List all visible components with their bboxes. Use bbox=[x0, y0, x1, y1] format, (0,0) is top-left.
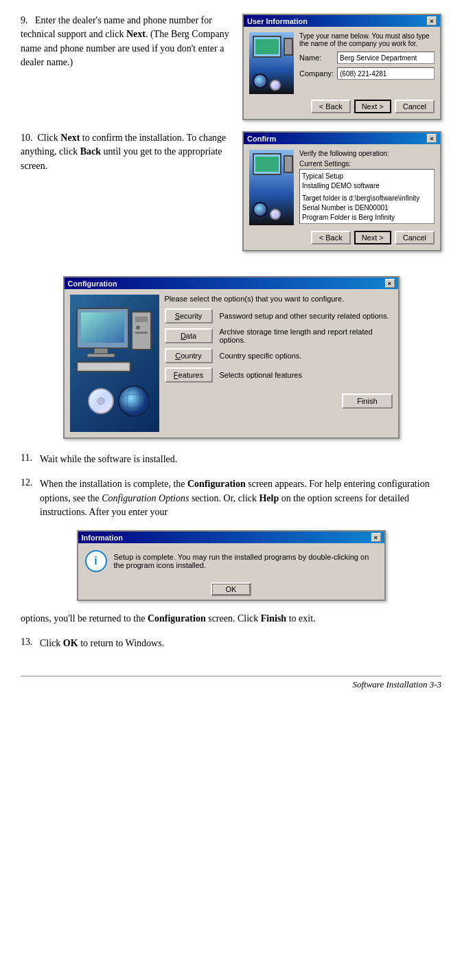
monitor-screen bbox=[255, 39, 279, 54]
monitor-illus bbox=[253, 36, 281, 58]
company-input[interactable] bbox=[337, 67, 435, 80]
config-titlebar: Configuration × bbox=[65, 277, 398, 289]
user-info-content: Type your name below. You must also type… bbox=[249, 32, 435, 94]
name-input[interactable] bbox=[337, 52, 435, 64]
svg-rect-3 bbox=[94, 348, 108, 354]
confirm-title: Confirm bbox=[247, 135, 276, 143]
config-finish-row: Finish bbox=[165, 394, 393, 409]
security-desc: Password setup and other security relate… bbox=[220, 312, 393, 320]
data-option-row: Data Archive storage time length and rep… bbox=[165, 328, 393, 344]
confirm-line-6: Dealer Name is Berg Service Department bbox=[302, 223, 432, 224]
steps-9-10: 9. Enter the dealer's name and phone num… bbox=[21, 14, 441, 262]
config-image bbox=[70, 295, 159, 432]
user-info-buttons: < Back Next > Cancel bbox=[249, 100, 435, 113]
info-icon: i bbox=[85, 550, 107, 572]
info-titlebar-btns: × bbox=[371, 533, 381, 542]
confirm-settings-label: Current Settings: bbox=[299, 160, 435, 168]
step-13-text: Click OK to return to Windows. bbox=[40, 637, 441, 650]
configuration-dialog: Configuration × bbox=[63, 276, 400, 439]
confirm-line-4: Serial Number is DEN00001 bbox=[302, 203, 432, 213]
back-button[interactable]: < Back bbox=[311, 100, 351, 113]
ok-button[interactable]: OK bbox=[211, 582, 252, 596]
confirm-cancel-btn[interactable]: Cancel bbox=[395, 231, 435, 244]
step-10-text-area: 10. Click Next to confirm the installati… bbox=[21, 131, 237, 251]
close-btn[interactable]: × bbox=[427, 16, 437, 25]
country-button[interactable]: Country bbox=[165, 348, 213, 363]
cpu-illus bbox=[284, 38, 293, 56]
confirm-back-btn[interactable]: < Back bbox=[311, 231, 351, 244]
data-button[interactable]: Data bbox=[165, 328, 213, 343]
info-body-outer: i Setup is complete. You may run the ins… bbox=[78, 543, 384, 600]
confirm-illustration bbox=[249, 150, 294, 225]
information-dialog: Information × i Setup is complete. You m… bbox=[77, 530, 386, 601]
step-11-text: Wait while the software is installed. bbox=[40, 453, 441, 466]
footer-text: Software Installation 3-3 bbox=[352, 679, 441, 690]
config-title: Configuration bbox=[68, 280, 117, 288]
footer: Software Installation 3-3 bbox=[21, 676, 441, 690]
config-titlebar-btns: × bbox=[385, 279, 395, 288]
config-header: Please select the option(s) that you wan… bbox=[165, 295, 393, 303]
info-ok-row: OK bbox=[78, 579, 384, 600]
finish-button[interactable]: Finish bbox=[342, 394, 392, 409]
user-info-dialog: User Information × bbox=[242, 14, 441, 120]
config-illustration-svg bbox=[73, 301, 156, 425]
name-row: Name: bbox=[299, 52, 435, 64]
security-option-row: Security Password setup and other securi… bbox=[165, 308, 393, 323]
step-9-dialog-area: User Information × bbox=[242, 14, 441, 120]
svg-rect-4 bbox=[87, 354, 115, 357]
step-13-row: 13. Click OK to return to Windows. bbox=[21, 637, 441, 650]
spacer-1 bbox=[21, 262, 441, 276]
info-title: Information bbox=[82, 534, 124, 542]
info-body: i Setup is complete. You may run the ins… bbox=[78, 543, 384, 579]
confirm-next-btn[interactable]: Next > bbox=[354, 231, 391, 244]
step-13-number: 13. bbox=[21, 637, 40, 650]
confirm-settings-area: Typical Setup Installing DEMO software T… bbox=[299, 169, 435, 224]
cancel-button[interactable]: Cancel bbox=[395, 100, 435, 113]
config-close-btn[interactable]: × bbox=[385, 279, 395, 288]
features-desc: Selects optional features bbox=[220, 371, 393, 379]
svg-point-16 bbox=[89, 389, 113, 413]
confirm-buttons: < Back Next > Cancel bbox=[249, 231, 435, 244]
user-info-title: User Information bbox=[247, 17, 308, 25]
features-option-row: Features Selects optional features bbox=[165, 367, 393, 383]
user-info-form-area: Type your name below. You must also type… bbox=[299, 32, 435, 94]
info-close-btn[interactable]: × bbox=[371, 533, 381, 542]
user-info-instruction: Type your name below. You must also type… bbox=[299, 32, 435, 47]
titlebar-buttons: × bbox=[427, 16, 437, 25]
info-message: Setup is complete. You may run the insta… bbox=[114, 553, 378, 569]
config-body: Please select the option(s) that you wan… bbox=[65, 289, 398, 437]
step-11-number: 11. bbox=[21, 453, 40, 466]
step-9-row: 9. Enter the dealer's name and phone num… bbox=[21, 14, 441, 120]
security-button[interactable]: Security bbox=[165, 308, 213, 323]
step-10-number: 10. bbox=[21, 133, 35, 143]
confirm-line-2: Installing DEMO software bbox=[302, 181, 432, 191]
features-button[interactable]: Features bbox=[165, 367, 213, 383]
company-label: Company: bbox=[299, 69, 337, 78]
confirm-dialog: Confirm × bbox=[242, 131, 441, 251]
confirm-form-area: Verify the following operation: Current … bbox=[299, 150, 435, 225]
confirm-titlebar-btns: × bbox=[427, 134, 437, 143]
step-11-row: 11. Wait while the software is installed… bbox=[21, 453, 441, 466]
confirm-instruction: Verify the following operation: bbox=[299, 150, 435, 157]
globe-illus bbox=[253, 73, 268, 89]
info-dialog-wrapper: Information × i Setup is complete. You m… bbox=[21, 530, 441, 601]
svg-point-11 bbox=[119, 386, 149, 416]
confirm-close-btn[interactable]: × bbox=[427, 134, 437, 143]
svg-rect-8 bbox=[135, 332, 148, 334]
step-10-row: 10. Click Next to confirm the installati… bbox=[21, 131, 441, 251]
confirm-titlebar: Confirm × bbox=[244, 133, 440, 144]
svg-rect-2 bbox=[81, 312, 124, 343]
conf-cpu bbox=[284, 155, 293, 173]
conf-globe bbox=[253, 202, 268, 217]
conf-monitor bbox=[253, 153, 281, 175]
next-button[interactable]: Next > bbox=[354, 100, 391, 113]
conf-monitor-screen bbox=[255, 157, 279, 172]
step-12-number: 12. bbox=[21, 477, 40, 519]
step-12-cont-text: options, you'll be returned to the Confi… bbox=[21, 613, 316, 624]
cd-illus bbox=[270, 80, 281, 91]
step-9-number: 9. bbox=[21, 15, 33, 25]
user-info-titlebar: User Information × bbox=[244, 15, 440, 27]
confirm-body: Verify the following operation: Current … bbox=[244, 144, 440, 250]
main-content: 9. Enter the dealer's name and phone num… bbox=[21, 14, 441, 690]
company-row: Company: bbox=[299, 67, 435, 80]
